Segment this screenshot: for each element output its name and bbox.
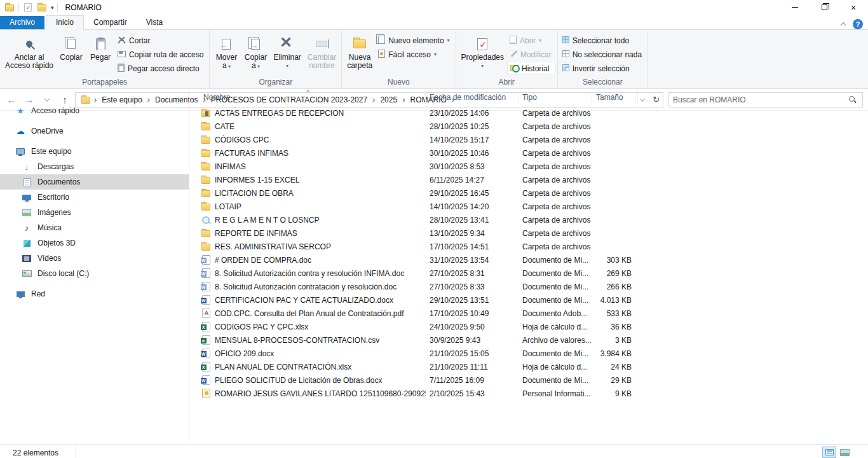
table-row[interactable]: # ORDEN DE COMPRA.doc31/10/2025 13:54Doc… <box>200 253 868 267</box>
status-bar: 22 elementos <box>0 444 868 458</box>
ribbon-button-historial[interactable]: Historial <box>507 62 555 75</box>
table-row[interactable]: 8. Solicitud Autorización contratación y… <box>200 280 868 293</box>
table-row[interactable]: LICITACION DE OBRA29/10/2025 16:45Carpet… <box>200 186 868 200</box>
column-header-type[interactable]: Tipo <box>519 91 592 104</box>
file-date-cell: 6/11/2025 14:27 <box>426 176 519 184</box>
ribbon-button-modificar[interactable]: Modificar <box>507 48 555 61</box>
file-type-cell: Carpeta de archivos <box>519 149 592 158</box>
table-row[interactable]: COD.CPC. Consulta del Plan Anual de Cont… <box>200 307 868 320</box>
qat-new-folder-icon[interactable] <box>37 3 47 13</box>
details-view-button[interactable] <box>822 447 836 458</box>
tab-inicio[interactable]: Inicio <box>46 15 84 30</box>
table-row[interactable]: 8. Solicitud Autorización contra y resol… <box>200 267 868 280</box>
ribbon-button-cortar[interactable]: Cortar <box>115 34 207 47</box>
sidebar-item-onedrive[interactable]: OneDrive <box>0 123 189 139</box>
file-date-cell: 27/10/2025 8:31 <box>426 269 519 278</box>
ribbon-button-eliminar[interactable]: Eliminar▾ <box>270 32 304 71</box>
table-row[interactable]: PLIEGO SOLICITUD de Licitación de Obras.… <box>200 373 868 387</box>
sidebar-item-música[interactable]: Música <box>0 220 189 235</box>
file-name: REPORTE DE INFIMAS <box>215 229 297 238</box>
table-row[interactable]: CÓDIGOS CPC14/10/2025 15:17Carpeta de ar… <box>200 133 868 146</box>
ribbon-button-pegar[interactable]: Pegar <box>86 32 115 62</box>
ribbon-button-propiedades[interactable]: Propiedades▾ <box>458 32 507 71</box>
file-type-cell: Documento Adob... <box>519 309 592 318</box>
tab-archivo[interactable]: Archivo <box>0 16 44 29</box>
table-row[interactable]: MENSUAL 8-PROCESOS-CONTRATACION.csv30/9/… <box>200 333 868 347</box>
table-row[interactable]: R E G L A M E N T O LOSNCP28/10/2025 13:… <box>200 213 868 226</box>
ribbon-button-invertir-selección[interactable]: Invertir selección <box>560 62 646 75</box>
ribbon-button-nuevo-elemento[interactable]: Nuevo elemento▾ <box>376 34 453 47</box>
qat-properties-icon[interactable] <box>23 3 33 13</box>
sidebar-item-objetos3d[interactable]: Objetos 3D <box>0 235 189 251</box>
paste-icon <box>96 34 105 53</box>
table-row[interactable]: CODIGOS PAC Y CPC.xlsx24/10/2025 9:50Hoj… <box>200 320 868 333</box>
thumbnails-view-icon <box>840 449 850 456</box>
ribbon-button-no-seleccionar-nada[interactable]: No seleccionar nada <box>560 48 646 61</box>
table-row[interactable]: RES. ADMINISTRATIVA SERCOP17/10/2025 14:… <box>200 240 868 253</box>
table-row[interactable]: OFICIO 209.docx21/10/2025 15:05Documento… <box>200 347 868 360</box>
sidebar-item-discolocalc[interactable]: Disco local (C:) <box>0 266 189 281</box>
restore-button[interactable] <box>810 0 839 15</box>
close-button[interactable]: × <box>839 0 868 15</box>
table-row[interactable]: CATE28/10/2025 10:25Carpeta de archivos <box>200 120 868 133</box>
file-date-cell: 28/10/2025 10:25 <box>426 122 519 131</box>
file-size-cell: 29 KB <box>592 376 638 385</box>
table-row[interactable]: ACTAS ENTREGAS DE RECEPCION23/10/2025 14… <box>200 106 868 120</box>
column-header-size[interactable]: Tamaño <box>592 91 638 104</box>
ribbon-button-abrir[interactable]: Abrir▾ <box>507 34 555 47</box>
sidebar-item-label: Vídeos <box>37 254 61 263</box>
sidebar-item-red[interactable]: Red <box>0 286 189 302</box>
file-name: 8. Solicitud Autorización contra y resol… <box>215 269 404 278</box>
sidebar-item-esteequipo[interactable]: Este equipo <box>0 144 189 159</box>
minimize-button[interactable] <box>780 0 810 15</box>
table-row[interactable]: INFIMAS30/10/2025 8:53Carpeta de archivo… <box>200 160 868 173</box>
sidebar-item-documentos[interactable]: Documentos <box>0 174 189 190</box>
table-row[interactable]: FACTURAS INFIMAS30/10/2025 10:46Carpeta … <box>200 146 868 160</box>
tab-vista[interactable]: Vista <box>137 16 172 29</box>
divider <box>18 3 19 12</box>
titlebar: ▾ ROMARIO × <box>0 0 868 15</box>
ribbon-button-fácil-acceso[interactable]: Fácil acceso▾ <box>376 48 453 61</box>
ribbon-group-portapapeles: Anclar alAcceso rápidoCopiarPegarCortarC… <box>0 30 210 88</box>
ribbon-button-copiar-a[interactable]: Copiara ▾ <box>241 32 270 71</box>
sidebar-item-accesorápido[interactable]: Acceso rápido <box>0 103 189 118</box>
table-row[interactable]: INFORMES 1-15 EXCEL6/11/2025 14:27Carpet… <box>200 173 868 186</box>
ribbon-button-pegar-acceso-directo[interactable]: Pegar acceso directo <box>115 62 207 75</box>
column-header-name[interactable]: Nombre^ <box>200 91 426 104</box>
folder-chart-icon <box>201 108 211 118</box>
column-header-date[interactable]: Fecha de modificación <box>426 91 519 104</box>
file-date-cell: 30/9/2025 9:43 <box>426 336 519 345</box>
ribbon-button-seleccionar-todo[interactable]: Seleccionar todo <box>560 34 646 47</box>
ribbon-button-anclar-al-acceso-rápido[interactable]: Anclar alAcceso rápido <box>2 32 57 71</box>
table-row[interactable]: REPORTE DE INFIMAS13/10/2025 9:34Carpeta… <box>200 226 868 240</box>
sidebar-item-label: Música <box>37 223 62 232</box>
sidebar-item-vídeos[interactable]: Vídeos <box>0 251 189 266</box>
file-date-cell: 17/10/2025 14:51 <box>426 242 519 251</box>
sidebar-item-descargas[interactable]: Descargas <box>0 159 189 174</box>
ribbon-button-nueva-carpeta[interactable]: Nuevacarpeta <box>344 32 376 71</box>
folder-icon <box>201 175 211 185</box>
file-list-pane: Nombre^Fecha de modificaciónTipoTamaño A… <box>189 89 868 444</box>
csv-icon <box>201 335 211 345</box>
table-row[interactable]: PLAN ANUAL DE CONTRATACIÓN.xlsx21/10/202… <box>200 360 868 373</box>
select-none-icon <box>562 50 569 59</box>
qat-customize-icon[interactable]: ▾ <box>51 4 53 11</box>
ribbon-button-copiar[interactable]: Copiar <box>57 32 86 62</box>
collapse-ribbon-icon[interactable] <box>840 22 846 28</box>
sidebar-item-label: Disco local (C:) <box>37 269 89 278</box>
folder-icon <box>201 242 211 252</box>
folder-icon <box>201 162 211 172</box>
table-row[interactable]: CERTIFICACION PAC Y CATE ACTUALIZADO.doc… <box>200 293 868 307</box>
ribbon-button-mover-a[interactable]: Movera ▾ <box>212 32 241 71</box>
tab-compartir[interactable]: Compartir <box>84 16 137 29</box>
help-icon[interactable]: ? <box>853 19 863 29</box>
file-name: ROMARIO JESUS GAVILANES LITARDO 12511096… <box>215 389 426 398</box>
ribbon-button-copiar-ruta-de-acceso[interactable]: Copiar ruta de acceso <box>115 48 207 61</box>
sidebar-item-imágenes[interactable]: Imágenes <box>0 205 189 220</box>
table-row[interactable]: ROMARIO JESUS GAVILANES LITARDO 12511096… <box>200 387 868 400</box>
sidebar-item-escritorio[interactable]: Escritorio <box>0 190 189 205</box>
file-name-cell: LICITACION DE OBRA <box>200 188 426 198</box>
thumbnails-view-button[interactable] <box>837 447 851 458</box>
ribbon-button-cambiar-nombre[interactable]: Cambiarnombre <box>304 32 339 71</box>
table-row[interactable]: LOTAIP14/10/2025 14:20Carpeta de archivo… <box>200 200 868 213</box>
